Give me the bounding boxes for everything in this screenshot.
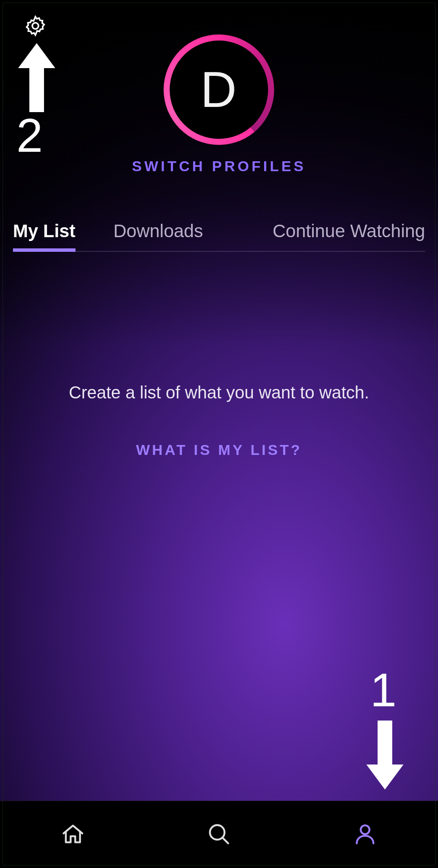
empty-state-message: Create a list of what you want to watch. [0,383,438,402]
tab-label: Downloads [113,221,203,241]
content-tabs: My List Downloads Continue Watching [13,212,425,252]
svg-marker-2 [366,721,403,790]
what-is-my-list-link[interactable]: WHAT IS MY LIST? [0,442,438,458]
nav-search[interactable] [199,815,238,854]
profile-avatar-section: D SWITCH PROFILES [132,34,306,175]
tab-label: My List [13,221,76,241]
settings-button[interactable] [22,14,48,40]
bottom-navigation [0,801,438,868]
search-icon [206,821,231,848]
svg-marker-1 [18,43,55,112]
nav-home[interactable] [54,815,92,854]
home-icon [60,821,85,848]
avatar-ring[interactable]: D [164,34,274,145]
annotation-number-2: 2 [16,108,43,163]
profile-screen: D SWITCH PROFILES My List Downloads Cont… [0,0,438,868]
avatar-initial: D [170,41,268,139]
svg-line-4 [223,838,228,843]
switch-profiles-button[interactable]: SWITCH PROFILES [132,158,306,175]
tab-continue-watching[interactable]: Continue Watching [273,212,425,251]
annotation-number-1: 1 [370,662,397,717]
svg-point-0 [32,23,38,29]
nav-profile[interactable] [346,815,384,854]
tab-downloads[interactable]: Downloads [113,212,203,251]
profile-icon [353,821,378,848]
svg-point-5 [361,825,369,834]
tab-label: Continue Watching [273,221,425,241]
annotation-arrow-down [366,721,403,790]
annotation-arrow-up [18,43,55,112]
tab-my-list[interactable]: My List [13,212,76,251]
gear-icon [24,14,47,39]
